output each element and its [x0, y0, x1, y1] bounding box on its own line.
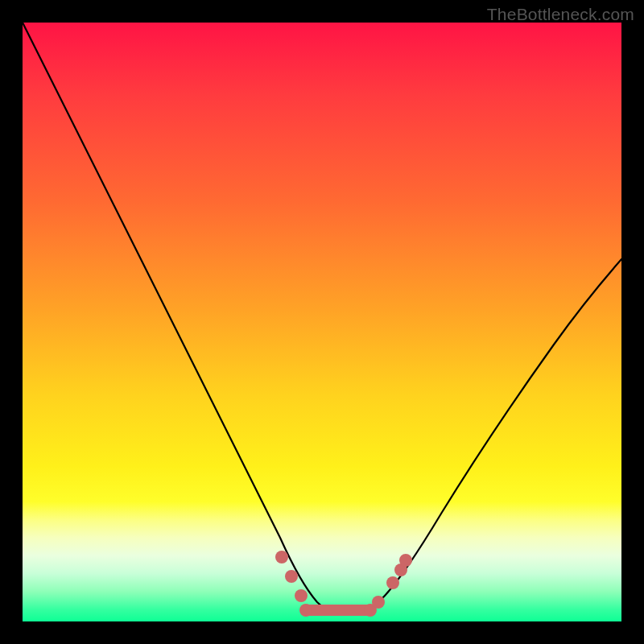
plot-area [23, 23, 621, 621]
bottleneck-curve [23, 23, 621, 613]
chart-frame: TheBottleneck.com [0, 0, 644, 644]
valley-dot [372, 596, 385, 609]
watermark-text: TheBottleneck.com [487, 5, 634, 24]
valley-dot [399, 554, 412, 567]
valley-dot [299, 604, 312, 617]
valley-dot [285, 570, 298, 583]
valley-dot [295, 589, 308, 602]
curve-svg [23, 23, 621, 621]
valley-dot [386, 576, 399, 589]
valley-dot [275, 551, 288, 564]
